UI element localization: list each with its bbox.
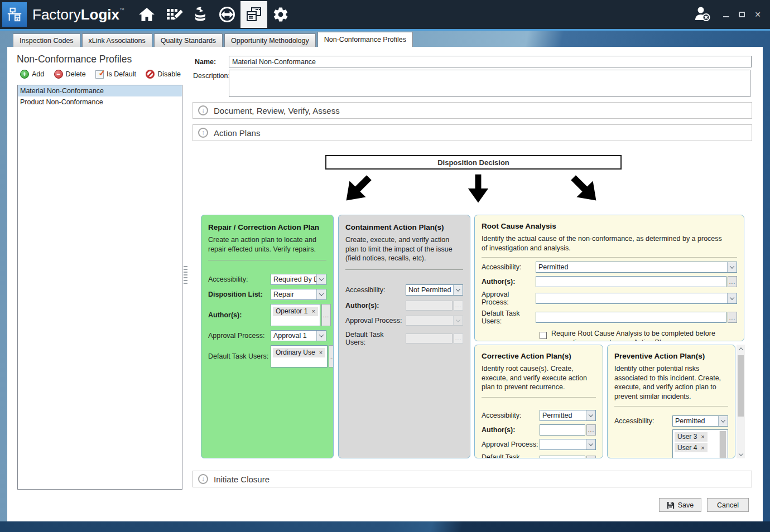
accessibility-select[interactable]: Required By D... [271, 274, 326, 285]
accessibility-select[interactable]: Not Permitted [406, 284, 463, 296]
accessibility-label: Accessibility: [482, 263, 536, 271]
approval-process-select[interactable] [536, 293, 737, 304]
planning-icon[interactable] [160, 1, 187, 28]
task-user-chip[interactable]: User 3× [675, 432, 708, 442]
default-task-users-listbox[interactable] [536, 312, 726, 323]
default-task-users-browse-button[interactable]: ... [728, 312, 737, 323]
save-button[interactable]: Save [659, 498, 701, 512]
authors-listbox[interactable] [540, 424, 585, 436]
default-task-users-listbox[interactable]: Ordinary Use× [271, 345, 328, 367]
section-action-plans[interactable]: ↑ Action Plans [192, 124, 752, 141]
panel-title: Preventive Action Plan(s) [614, 352, 728, 360]
chip-remove-icon[interactable]: × [319, 349, 323, 356]
tab-opportunity-methodology[interactable]: Opportunity Methodology [224, 33, 316, 47]
transfer-icon[interactable] [214, 1, 240, 28]
disposition-list-select[interactable]: Repair [271, 289, 326, 300]
default-task-users-listbox[interactable]: User 3× User 4× [672, 429, 728, 458]
default-task-users-browse-button[interactable]: ... [586, 456, 596, 459]
add-button[interactable]: + Add [20, 70, 44, 79]
is-default-label: Is Default [107, 70, 136, 78]
list-item-product-non-conformance[interactable]: Product Non-Conformance [18, 96, 182, 108]
settings-gear-icon[interactable] [267, 1, 294, 28]
save-floppy-icon [667, 501, 675, 509]
arrow-down-left-icon [339, 171, 376, 207]
chevron-down-icon [316, 331, 326, 341]
require-root-cause-label: Require Root Cause Analysis to be comple… [551, 330, 737, 341]
chip-label: User 4 [677, 444, 697, 452]
splitter-grip[interactable] [184, 266, 187, 284]
section-document-review[interactable]: ↓ Document, Review, Verify, Assess [192, 102, 752, 119]
task-user-chip[interactable]: Ordinary Use× [273, 348, 325, 357]
panel-description: Identify the actual cause of the non-con… [482, 234, 727, 253]
desk-icon [6, 6, 23, 23]
default-task-users-browse-button[interactable]: ... [329, 345, 334, 367]
authors-browse-button[interactable]: ... [586, 424, 596, 436]
listbox-scrollbar[interactable] [719, 431, 726, 458]
section-initiate-closure[interactable]: ↓ Initiate Closure [192, 471, 752, 487]
chip-remove-icon[interactable]: × [701, 433, 704, 440]
is-default-button[interactable]: ✓ Is Default [95, 70, 136, 79]
logout-user-icon[interactable] [693, 6, 712, 23]
accessibility-select[interactable]: Permitted [672, 415, 728, 427]
accessibility-label: Accessibility: [482, 412, 540, 419]
preventive-panel: Preventive Action Plan(s) Identify other… [607, 345, 735, 458]
tab-inspection-codes[interactable]: Inspection Codes [13, 33, 80, 47]
chip-remove-icon[interactable]: × [701, 444, 704, 451]
cancel-label: Cancel [717, 501, 739, 509]
chip-remove-icon[interactable]: × [311, 308, 315, 315]
panel-title: Corrective Action Plan(s) [482, 352, 596, 360]
require-root-cause-checkbox[interactable] [540, 332, 547, 339]
expand-down-icon: ↓ [198, 105, 208, 115]
accessibility-label: Accessibility: [345, 286, 406, 294]
select-value: Not Permitted [406, 285, 453, 295]
authors-browse-button: ... [454, 301, 463, 311]
delete-icon: − [54, 70, 63, 79]
cancel-button[interactable]: Cancel [707, 498, 749, 512]
close-button[interactable]: ✕ [754, 11, 761, 18]
accessibility-select[interactable]: Permitted [540, 410, 596, 421]
chevron-down-icon [718, 416, 728, 426]
authors-browse-button[interactable]: ... [321, 304, 331, 326]
chip-label: Operator 1 [276, 307, 307, 315]
tab-non-conformance-profiles[interactable]: Non-Conformance Profiles [317, 32, 413, 47]
approval-process-select[interactable] [540, 439, 596, 450]
quality-icon[interactable] [240, 1, 267, 28]
panel-description: Identify other potential risks associate… [614, 364, 728, 401]
profiles-toolbar: + Add − Delete ✓ Is Default Disable [20, 70, 181, 79]
expand-down-icon: ↓ [198, 474, 208, 484]
scroll-down-icon[interactable] [737, 450, 745, 458]
home-icon[interactable] [133, 1, 160, 28]
task-user-chip[interactable]: User 4× [675, 443, 708, 452]
list-item-material-non-conformance[interactable]: Material Non-Conformance [18, 85, 182, 96]
scroll-up-icon[interactable] [737, 345, 745, 353]
select-value: Permitted [536, 262, 727, 272]
factorylogix-logo [2, 2, 27, 27]
select-value: Permitted [540, 410, 586, 420]
accent-line [0, 29, 770, 31]
save-label: Save [678, 501, 694, 509]
name-input[interactable] [229, 56, 752, 67]
panel-row-scrollbar[interactable] [737, 345, 745, 458]
approval-process-select[interactable]: Approval 1 [271, 330, 326, 341]
description-input[interactable] [229, 70, 750, 97]
scrollbar-thumb[interactable] [720, 431, 726, 458]
chevron-down-icon [316, 274, 326, 284]
authors-browse-button[interactable]: ... [728, 276, 737, 287]
author-chip[interactable]: Operator 1× [273, 307, 318, 316]
chevron-down-icon [316, 289, 326, 299]
tab-quality-standards[interactable]: Quality Standards [154, 33, 223, 47]
default-task-users-label: Default Task Users: [482, 309, 536, 325]
accessibility-select[interactable]: Permitted [536, 262, 737, 273]
scrollbar-thumb[interactable] [738, 355, 744, 417]
authors-listbox[interactable]: Operator 1× [271, 304, 320, 326]
minimize-button[interactable] [723, 16, 729, 17]
authors-listbox[interactable] [536, 276, 726, 287]
disable-button[interactable]: Disable [146, 70, 181, 79]
disable-label: Disable [157, 70, 181, 78]
approval-process-label: Approval Process: [345, 317, 406, 325]
default-task-users-listbox[interactable] [540, 456, 585, 459]
materials-icon[interactable] [187, 1, 214, 28]
maximize-button[interactable] [739, 12, 745, 17]
tab-xlink-associations[interactable]: xLink Associations [82, 33, 152, 47]
delete-button[interactable]: − Delete [54, 70, 86, 79]
